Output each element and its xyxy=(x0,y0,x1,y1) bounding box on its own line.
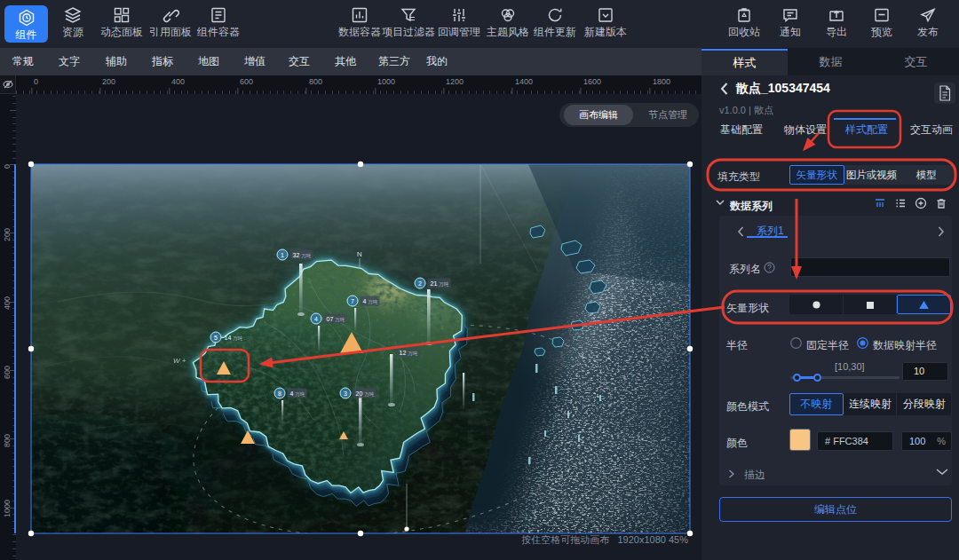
svg-text:4 万吨: 4 万吨 xyxy=(290,390,305,397)
svg-text:W +: W + xyxy=(173,357,186,365)
svg-text:32 万吨: 32 万吨 xyxy=(293,252,312,258)
svg-text:5: 5 xyxy=(214,335,218,341)
svg-text:14 万吨: 14 万吨 xyxy=(225,335,243,341)
svg-text:20 万吨: 20 万吨 xyxy=(356,390,375,397)
svg-text:4: 4 xyxy=(314,316,318,322)
svg-text:7: 7 xyxy=(351,298,354,304)
svg-text:2: 2 xyxy=(418,280,422,287)
svg-text:1: 1 xyxy=(281,252,284,258)
svg-text:N: N xyxy=(357,250,362,258)
svg-text:8: 8 xyxy=(278,390,281,397)
svg-text:12 万吨: 12 万吨 xyxy=(400,350,418,356)
svg-text:3: 3 xyxy=(344,390,347,397)
svg-text:4 万吨: 4 万吨 xyxy=(363,298,378,304)
svg-text:21 万吨: 21 万吨 xyxy=(431,280,449,287)
svg-text:07 万吨: 07 万吨 xyxy=(327,316,345,322)
